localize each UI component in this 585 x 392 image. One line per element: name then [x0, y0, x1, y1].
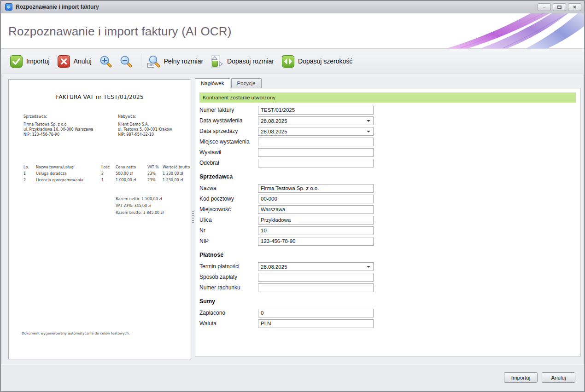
ulica-input[interactable]: [258, 216, 374, 225]
data-wystawienia-label: Data wystawienia: [199, 117, 258, 124]
fit-size-button[interactable]: Dopasuj rozmiar: [208, 53, 279, 70]
section-sumy: Sumy: [199, 298, 580, 305]
maximize-icon: [557, 6, 562, 9]
invoice-items-table: Lp.Nazwa towaru/usługi IlośćCena netto V…: [9, 164, 191, 184]
invoice-table-row: 1Usługa doradcza 2500,00 zł 23%1 230,00 …: [23, 171, 191, 177]
wystawil-input[interactable]: [258, 148, 374, 157]
form-area: Nagłówek Pozycje Kontrahent zostanie utw…: [195, 78, 580, 357]
cancel-button[interactable]: Anuluj: [542, 372, 575, 383]
zoom-in-icon: [99, 55, 112, 68]
chevron-down-icon[interactable]: [367, 266, 370, 268]
window-title: Rozpoznawanie i import faktury: [16, 4, 99, 10]
invoice-preview-panel[interactable]: FAKTURA VAT nr TEST/01/2025 Sprzedawca: …: [8, 79, 191, 359]
chevron-down-icon[interactable]: [367, 120, 370, 122]
invoice-buyer-block: Nabywca: Klient Demo S.A. ul. Testowa 5,…: [118, 114, 172, 137]
zoom-out-button[interactable]: [117, 53, 137, 70]
zaplacono-input[interactable]: [258, 309, 374, 317]
chevron-down-icon[interactable]: [367, 131, 370, 133]
fit-size-label: Dopasuj rozmiar: [227, 58, 274, 65]
toolbar-separator: [141, 53, 141, 69]
nr-label: Nr: [199, 227, 258, 234]
minimize-button[interactable]: –: [538, 3, 551, 11]
data-sprzedazy-input[interactable]: [258, 127, 374, 136]
zaplacono-label: Zapłacono: [199, 310, 258, 316]
miejscowosc-input[interactable]: [258, 205, 374, 214]
panel-splitter[interactable]: [191, 79, 195, 359]
data-wystawienia-input[interactable]: [258, 116, 374, 125]
nip-input[interactable]: [258, 237, 374, 246]
kod-pocztowy-input[interactable]: [258, 195, 374, 203]
full-size-label: Pełny rozmiar: [164, 58, 204, 65]
toolbar-cancel-button[interactable]: Anuluj: [55, 53, 97, 70]
invoice-title: FAKTURA VAT nr TEST/01/2025: [9, 93, 191, 100]
sposob-zaplaty-label: Sposób zapłaty: [199, 274, 258, 280]
toolbar-import-button[interactable]: Importuj: [7, 53, 55, 70]
fit-width-label: Dopasuj szerokość: [298, 58, 352, 65]
termin-platnosci-input[interactable]: [258, 262, 374, 271]
import-button[interactable]: Importuj: [504, 372, 538, 383]
form-panel: Kontrahent zostanie utworzony Numer fakt…: [195, 88, 580, 357]
full-size-icon: 100: [148, 55, 160, 68]
waluta-label: Waluta: [199, 320, 258, 327]
nazwa-input[interactable]: [258, 184, 374, 193]
toolbar-import-label: Importuj: [26, 58, 50, 65]
miejsce-wystawienia-input[interactable]: [258, 138, 374, 146]
status-banner: Kontrahent zostanie utworzony: [199, 92, 576, 103]
section-sprzedawca: Sprzedawca: [199, 173, 580, 180]
splitter-grip-icon: [192, 211, 194, 225]
wystawil-label: Wystawił: [199, 149, 258, 156]
nazwa-label: Nazwa: [199, 185, 258, 191]
close-button[interactable]: ✕: [568, 3, 581, 11]
app-window: φ Rozpoznawanie i import faktury – ✕ Roz…: [0, 0, 585, 392]
invoice-parties: Sprzedawca: Firma Testowa Sp. z o.o. ul.…: [9, 114, 191, 143]
invoice-seller-block: Sprzedawca: Firma Testowa Sp. z o.o. ul.…: [23, 114, 94, 137]
odebral-label: Odebrał: [199, 160, 258, 166]
numer-faktury-input[interactable]: [258, 106, 374, 115]
fit-size-icon: [211, 55, 223, 68]
ulica-label: Ulica: [199, 217, 258, 223]
app-icon: φ: [5, 3, 12, 11]
x-icon: [58, 55, 70, 68]
invoice-totals: Razem netto: 1 500,00 zł VAT 23%: 345,00…: [116, 196, 191, 216]
nr-input[interactable]: [258, 226, 374, 235]
footer-bar: Importuj Anuluj: [1, 364, 584, 391]
numer-faktury-label: Numer faktury: [199, 107, 258, 113]
header-banner: Rozpoznawanie i import faktury (AI OCR): [1, 13, 584, 49]
invoice-table-row: 2Licencja oprogramowania 11 000,00 zł 23…: [23, 177, 191, 184]
main-content: FAKTURA VAT nr TEST/01/2025 Sprzedawca: …: [1, 74, 584, 364]
tab-naglowek[interactable]: Nagłówek: [195, 78, 230, 89]
sposob-zaplaty-input[interactable]: [258, 273, 374, 282]
page-title: Rozpoznawanie i import faktury (AI OCR): [8, 24, 232, 39]
invoice-table-header: Lp.Nazwa towaru/usługi IlośćCena netto V…: [23, 164, 191, 171]
maximize-button[interactable]: [553, 3, 566, 11]
toolbar: Importuj Anuluj: [1, 49, 584, 74]
miejsce-wystawienia-label: Miejsce wystawienia: [199, 138, 258, 145]
tab-pozycje[interactable]: Pozycje: [231, 78, 262, 88]
nip-label: NIP: [199, 238, 258, 244]
toolbar-cancel-label: Anuluj: [74, 58, 92, 65]
check-icon: [10, 55, 23, 68]
miejscowosc-label: Miejscowość: [199, 206, 258, 213]
invoice-footnote: Dokument wygenerowany automatycznie do c…: [22, 331, 130, 335]
fit-width-icon: [282, 55, 294, 68]
titlebar[interactable]: φ Rozpoznawanie i import faktury – ✕: [1, 1, 584, 13]
numer-rachunku-input[interactable]: [258, 283, 374, 292]
odebral-input[interactable]: [258, 159, 374, 167]
termin-platnosci-label: Termin płatności: [199, 263, 258, 270]
full-size-badge: 100: [147, 63, 155, 68]
section-platnosc: Płatność: [199, 252, 580, 258]
fit-width-button[interactable]: Dopasuj szerokość: [279, 53, 357, 70]
zoom-out-icon: [120, 55, 132, 68]
decorative-swirl-graphic: [404, 13, 584, 49]
zoom-in-button[interactable]: [97, 53, 117, 70]
numer-rachunku-label: Numer rachunku: [199, 284, 258, 291]
data-sprzedazy-label: Data sprzedaży: [199, 128, 258, 134]
full-size-button[interactable]: 100 Pełny rozmiar: [145, 53, 209, 70]
tab-bar: Nagłówek Pozycje: [195, 78, 580, 88]
kod-pocztowy-label: Kod pocztowy: [199, 196, 258, 202]
waluta-input[interactable]: [258, 319, 374, 328]
